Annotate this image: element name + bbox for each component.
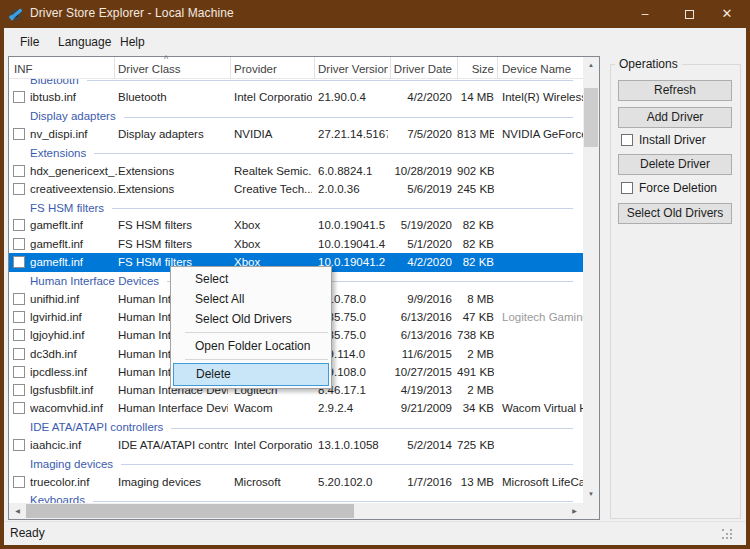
cell-date: 11/6/2015 (390, 345, 452, 364)
cell-inf: lgsfusbfilt.inf (30, 381, 118, 400)
cell-inf: ipcdless.inf (30, 363, 118, 382)
column-header-inf[interactable]: INF (14, 57, 110, 79)
close-icon[interactable]: ✕ (710, 0, 744, 28)
row-checkbox[interactable] (13, 183, 25, 195)
table-row[interactable]: ibtusb.infBluetoothIntel Corporation21.9… (9, 88, 583, 107)
row-checkbox[interactable] (13, 293, 25, 305)
menu-file[interactable]: File (12, 28, 47, 56)
table-row[interactable]: gameflt.infFS HSM filtersXbox10.0.19041.… (9, 235, 583, 254)
cell-size: 14 MB (457, 88, 494, 107)
group-label: Keyboards (30, 494, 85, 503)
menu-item-select[interactable]: Select (171, 269, 331, 289)
cell-version: 21.90.0.4 (318, 88, 388, 107)
column-header-device-name[interactable]: Device Name (502, 57, 582, 79)
refresh-button[interactable]: Refresh (618, 80, 732, 101)
vertical-scroll-thumb[interactable] (584, 88, 598, 147)
row-checkbox[interactable] (13, 311, 25, 323)
cell-date: 5/1/2020 (390, 235, 452, 254)
column-header-provider[interactable]: Provider (234, 57, 310, 79)
window-title: Driver Store Explorer - Local Machine (30, 6, 234, 20)
cell-version: 2.9.2.4 (318, 399, 388, 418)
cell-size: 813 MB (457, 125, 494, 144)
table-row[interactable]: truecolor.infImaging devicesMicrosoft5.2… (9, 473, 583, 492)
select-old-drivers-button[interactable]: Select Old Drivers (618, 203, 732, 224)
titlebar[interactable]: Driver Store Explorer - Local Machine – … (0, 0, 750, 28)
cell-size: 2 MB (457, 381, 494, 400)
cell-class: FS HSM filters (118, 216, 228, 235)
row-checkbox[interactable] (13, 384, 25, 396)
checkbox-icon (621, 182, 633, 194)
table-row[interactable]: gameflt.infFS HSM filtersXbox10.0.19041.… (9, 216, 583, 235)
add-driver-button[interactable]: Add Driver (618, 107, 732, 128)
row-checkbox[interactable] (13, 348, 25, 360)
cell-version: 10.0.19041.5 (318, 216, 388, 235)
menu-language[interactable]: Language (50, 28, 119, 56)
cell-class: Imaging devices (118, 473, 228, 492)
row-checkbox[interactable] (13, 476, 25, 488)
group-header: FS HSM filters (9, 198, 583, 217)
delete-driver-button[interactable]: Delete Driver (618, 154, 732, 175)
column-header-driver-version[interactable]: Driver Version (318, 57, 388, 79)
resize-grip-icon[interactable] (722, 529, 724, 531)
menu-item-select-all[interactable]: Select All (171, 289, 331, 309)
cell-class: Bluetooth (118, 88, 228, 107)
menu-item-delete[interactable]: Delete (173, 363, 329, 386)
cell-inf: nv_dispi.inf (30, 125, 118, 144)
cell-inf: truecolor.inf (30, 473, 118, 492)
group-line (112, 208, 573, 209)
table-row[interactable]: nv_dispi.infDisplay adaptersNVIDIA27.21.… (9, 125, 583, 144)
horizontal-scrollbar[interactable]: ◀ ▶ (9, 503, 583, 519)
table-row[interactable]: wacomvhid.infHuman Interface DevicesWaco… (9, 399, 583, 418)
cell-date: 5/2/2014 (390, 436, 452, 455)
row-checkbox[interactable] (13, 366, 25, 378)
group-line (93, 501, 573, 502)
horizontal-scroll-thumb[interactable] (26, 504, 354, 518)
vertical-scrollbar[interactable]: ▲ ▼ (583, 57, 599, 503)
cell-inf: lgjoyhid.inf (30, 326, 118, 345)
menu-help[interactable]: Help (112, 28, 153, 56)
table-row[interactable]: hdx_genericext_...ExtensionsRealtek Semi… (9, 162, 583, 181)
cell-device (502, 436, 583, 455)
table-row[interactable]: creativeextensio...ExtensionsCreative Te… (9, 180, 583, 199)
row-checkbox[interactable] (13, 439, 25, 451)
menu-item-open-folder-location[interactable]: Open Folder Location (171, 336, 331, 356)
group-label: Bluetooth (30, 79, 79, 86)
cell-version: 10.0.19041.4 (318, 235, 388, 254)
row-checkbox[interactable] (13, 238, 25, 250)
row-checkbox[interactable] (13, 329, 25, 341)
menu-item-select-old-drivers[interactable]: Select Old Drivers (171, 309, 331, 329)
row-checkbox[interactable] (13, 256, 25, 268)
table-row[interactable]: iaahcic.infIDE ATA/ATAPI control...Intel… (9, 436, 583, 455)
cell-device: Microsoft LifeCam (502, 473, 583, 492)
cell-device (502, 253, 583, 272)
cell-date: 1/7/2016 (390, 473, 452, 492)
column-header-driver-date[interactable]: Driver Date (390, 57, 452, 79)
scroll-right-icon[interactable]: ▶ (566, 503, 583, 519)
force-deletion-checkbox[interactable]: Force Deletion (621, 181, 717, 195)
row-checkbox[interactable] (13, 91, 25, 103)
checkbox-icon (621, 134, 633, 146)
cell-version: 6.0.8824.1 (318, 162, 388, 181)
cell-inf: gameflt.inf (30, 253, 118, 272)
group-label: Display adapters (30, 110, 116, 122)
row-checkbox[interactable] (13, 128, 25, 140)
minimize-icon[interactable]: – (628, 0, 662, 28)
row-checkbox[interactable] (13, 165, 25, 177)
scroll-down-icon[interactable]: ▼ (583, 486, 599, 503)
force-deletion-label: Force Deletion (639, 181, 717, 195)
column-header-size[interactable]: Size (457, 57, 494, 79)
group-header: Imaging devices (9, 454, 583, 473)
row-checkbox[interactable] (13, 219, 25, 231)
maximize-icon[interactable] (672, 0, 706, 28)
scroll-left-icon[interactable]: ◀ (9, 503, 26, 519)
scroll-up-icon[interactable]: ▲ (583, 57, 599, 74)
cell-size: 82 KB (457, 253, 494, 272)
install-driver-checkbox[interactable]: Install Driver (621, 133, 706, 147)
cell-device (502, 326, 583, 345)
cell-version: 5.20.102.0 (318, 473, 388, 492)
group-label: Imaging devices (30, 458, 113, 470)
group-line (124, 117, 573, 118)
cell-date: 6/13/2016 (390, 308, 452, 327)
row-checkbox[interactable] (13, 402, 25, 414)
cell-size: 13 MB (457, 473, 494, 492)
